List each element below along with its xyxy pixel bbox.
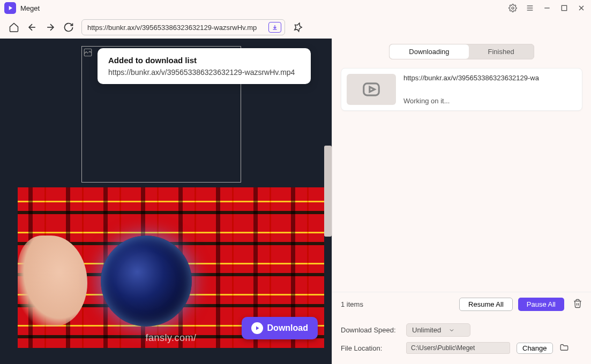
gear-icon[interactable] (507, 3, 518, 13)
pause-all-button[interactable]: Pause All (518, 298, 564, 311)
file-location-row: File Location: Change (341, 339, 582, 357)
minimize-icon[interactable] (542, 3, 552, 13)
downloads-pane: Downloading Finished https://bunkr.ax/v/… (332, 39, 591, 364)
svg-point-1 (512, 7, 514, 9)
reload-icon[interactable] (63, 22, 74, 33)
speed-select[interactable]: Unlimited (406, 323, 470, 337)
location-label: File Location: (341, 344, 400, 352)
download-item-url: https://bunkr.ax/v/395653386323632129-wa (403, 74, 577, 82)
svg-marker-14 (256, 327, 259, 330)
download-button-label: Download (267, 323, 308, 333)
app-logo (4, 2, 16, 14)
folder-icon[interactable] (559, 343, 569, 354)
download-speed-row: Download Speed: Unlimited (341, 321, 582, 339)
location-input[interactable] (406, 342, 510, 354)
toast-title: Added to download list (108, 56, 300, 65)
resume-all-button[interactable]: Resume All (459, 298, 513, 311)
svg-rect-15 (364, 84, 379, 95)
menu-icon[interactable] (525, 3, 535, 13)
scrollbar[interactable] (324, 146, 332, 237)
maximize-icon[interactable] (559, 3, 570, 13)
change-button[interactable]: Change (517, 343, 553, 354)
pin-icon[interactable] (293, 22, 303, 33)
items-count: 1 items (341, 300, 454, 308)
toast-notification: Added to download list https://bunkr.ax/… (98, 48, 311, 84)
svg-rect-6 (562, 5, 566, 10)
back-icon[interactable] (27, 22, 38, 33)
tab-group: Downloading Finished (389, 44, 534, 59)
url-input[interactable] (87, 24, 268, 32)
url-download-button[interactable] (268, 22, 281, 33)
forward-icon[interactable] (45, 22, 56, 33)
browser-pane: Added to download list https://bunkr.ax/… (0, 39, 332, 364)
download-item-status: Working on it... (403, 97, 577, 105)
download-item[interactable]: https://bunkr.ax/v/395653386323632129-wa… (341, 68, 582, 111)
svg-marker-0 (9, 6, 12, 10)
toast-url: https://bunkr.ax/v/395653386323632129-wa… (108, 68, 300, 77)
watermark: fansly.com/ (145, 332, 196, 344)
speed-value: Unlimited (412, 326, 441, 334)
download-icon (251, 322, 263, 334)
app-name: Meget (20, 4, 40, 12)
broken-image-icon (83, 48, 93, 57)
toolbar (0, 16, 591, 39)
url-bar (81, 19, 285, 35)
home-icon[interactable] (9, 22, 19, 33)
chevron-down-icon (448, 327, 455, 333)
download-button[interactable]: Download (242, 317, 318, 339)
video-preview: fansly.com/ Download (0, 187, 324, 348)
tab-downloading[interactable]: Downloading (390, 44, 468, 59)
trash-icon[interactable] (573, 299, 582, 310)
svg-marker-16 (370, 87, 375, 92)
items-bar: 1 items Resume All Pause All (332, 292, 591, 316)
speed-label: Download Speed: (341, 326, 400, 334)
close-icon[interactable] (576, 3, 587, 13)
video-thumb-icon (347, 74, 396, 105)
titlebar: Meget (0, 0, 591, 16)
tab-finished[interactable]: Finished (469, 44, 534, 59)
